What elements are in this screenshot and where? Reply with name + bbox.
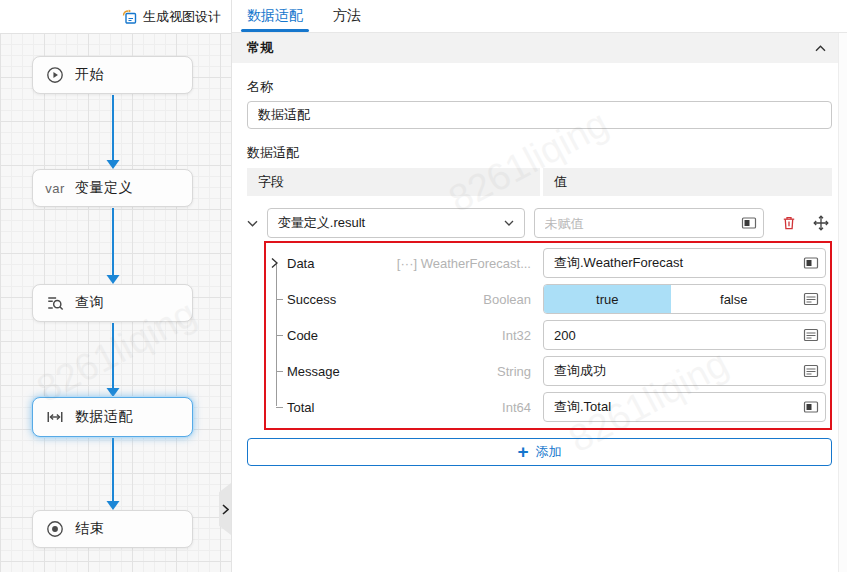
- node-data-adapter[interactable]: 数据适配: [32, 397, 193, 437]
- add-button-label: 添加: [536, 443, 562, 461]
- stop-circle-icon: [46, 520, 64, 538]
- value-column-header: 值: [543, 168, 832, 196]
- field-info: Code Int32: [266, 328, 543, 343]
- panel-body: 名称 数据适配 字段 值 变量定义.result: [232, 78, 838, 466]
- source-value-wrap: [534, 208, 765, 238]
- document-export-icon: [122, 9, 138, 25]
- total-value-input[interactable]: [544, 393, 797, 421]
- resize-horizontal-icon: [46, 408, 64, 426]
- add-field-button[interactable]: + 添加: [247, 438, 832, 466]
- field-type: [···] WeatherForecast...: [397, 256, 531, 271]
- move-cross-icon[interactable]: [810, 212, 832, 234]
- field-name: Code: [287, 328, 318, 343]
- panel-scrollbar[interactable]: [838, 33, 847, 572]
- name-input[interactable]: [248, 102, 831, 128]
- node-label: 结束: [75, 520, 104, 538]
- field-value-wrap: [543, 392, 826, 422]
- field-info: Data [···] WeatherForecast...: [266, 256, 543, 271]
- name-field-wrap: [247, 101, 832, 129]
- boolean-toggle: true false: [543, 284, 826, 314]
- node-variable-define[interactable]: var 变量定义: [32, 169, 193, 207]
- tree-tick: [276, 299, 283, 300]
- field-value-wrap: [543, 248, 826, 278]
- node-label: 开始: [75, 66, 104, 84]
- field-info: Message String: [266, 364, 543, 379]
- field-value-wrap: [543, 320, 826, 350]
- text-editor-icon[interactable]: [797, 357, 825, 385]
- trash-icon[interactable]: [778, 212, 800, 234]
- field-row-success: Success Boolean true false: [266, 281, 826, 317]
- field-type: Boolean: [483, 292, 531, 307]
- panel-tabs: 数据适配 方法: [232, 0, 847, 33]
- toggle-option-true[interactable]: true: [544, 285, 671, 313]
- source-value-input[interactable]: [535, 209, 736, 237]
- field-type: String: [497, 364, 531, 379]
- mapping-table-header: 字段 值: [247, 168, 832, 196]
- name-label: 名称: [247, 78, 832, 96]
- section-header-general[interactable]: 常规: [232, 33, 838, 63]
- data-value-input[interactable]: [544, 249, 797, 277]
- field-name: Data: [287, 256, 314, 271]
- section-title: 常规: [247, 39, 273, 57]
- field-value-wrap: [543, 356, 826, 386]
- field-info: Total Int64: [266, 400, 543, 415]
- source-select[interactable]: 变量定义.result: [267, 208, 525, 238]
- source-select-value: 变量定义.result: [278, 214, 504, 232]
- field-row-message: Message String: [266, 353, 826, 389]
- tab-method[interactable]: 方法: [327, 0, 367, 32]
- binding-editor-icon[interactable]: [797, 249, 825, 277]
- field-row-data: Data [···] WeatherForecast...: [266, 245, 826, 281]
- field-name: Total: [287, 400, 314, 415]
- flow-canvas[interactable]: 生成视图设计 开始: [0, 0, 231, 572]
- mapping-section-label: 数据适配: [247, 144, 832, 162]
- node-label: 变量定义: [75, 179, 133, 197]
- field-column-header: 字段: [247, 168, 540, 196]
- generate-view-label: 生成视图设计: [143, 8, 221, 26]
- binding-editor-icon[interactable]: [735, 209, 763, 237]
- canvas-toolbar: 生成视图设计: [0, 0, 231, 33]
- play-circle-icon: [46, 66, 64, 84]
- node-label: 数据适配: [75, 408, 133, 426]
- properties-panel: 8261liqing 8261liqing 数据适配 方法 常规 名称 数据适配…: [232, 0, 847, 572]
- node-start[interactable]: 开始: [32, 56, 193, 94]
- tree-tick: [276, 371, 283, 372]
- tree-tick: [276, 335, 283, 336]
- field-name: Success: [287, 292, 336, 307]
- field-mapping-group: Data [···] WeatherForecast...: [264, 241, 832, 430]
- plus-icon: +: [517, 442, 528, 461]
- field-row-total: Total Int64: [266, 389, 826, 425]
- tree-tick: [276, 407, 283, 408]
- text-editor-icon[interactable]: [797, 285, 825, 313]
- chevron-down-icon[interactable]: [247, 220, 267, 227]
- node-query[interactable]: 查询: [32, 284, 193, 322]
- field-type: Int32: [502, 328, 531, 343]
- node-label: 查询: [75, 294, 104, 312]
- field-name: Message: [287, 364, 340, 379]
- toggle-option-false[interactable]: false: [671, 285, 798, 313]
- field-type: Int64: [502, 400, 531, 415]
- search-list-icon: [46, 294, 64, 312]
- chevron-down-icon: [504, 220, 514, 226]
- code-value-input[interactable]: [544, 321, 797, 349]
- var-text-icon: var: [46, 179, 64, 197]
- text-editor-icon[interactable]: [797, 321, 825, 349]
- message-value-input[interactable]: [544, 357, 797, 385]
- binding-editor-icon[interactable]: [797, 393, 825, 421]
- chevron-right-icon[interactable]: [271, 258, 278, 269]
- mapping-source-row: 变量定义.result: [247, 208, 832, 238]
- field-info: Success Boolean: [266, 292, 543, 307]
- chevron-right-icon: [222, 504, 229, 515]
- tab-data-adapter[interactable]: 数据适配: [241, 0, 309, 32]
- app-window: 生成视图设计 开始: [0, 0, 847, 572]
- field-row-code: Code Int32: [266, 317, 826, 353]
- generate-view-button[interactable]: 生成视图设计: [122, 8, 221, 26]
- node-end[interactable]: 结束: [32, 510, 193, 548]
- chevron-up-icon[interactable]: [815, 45, 826, 52]
